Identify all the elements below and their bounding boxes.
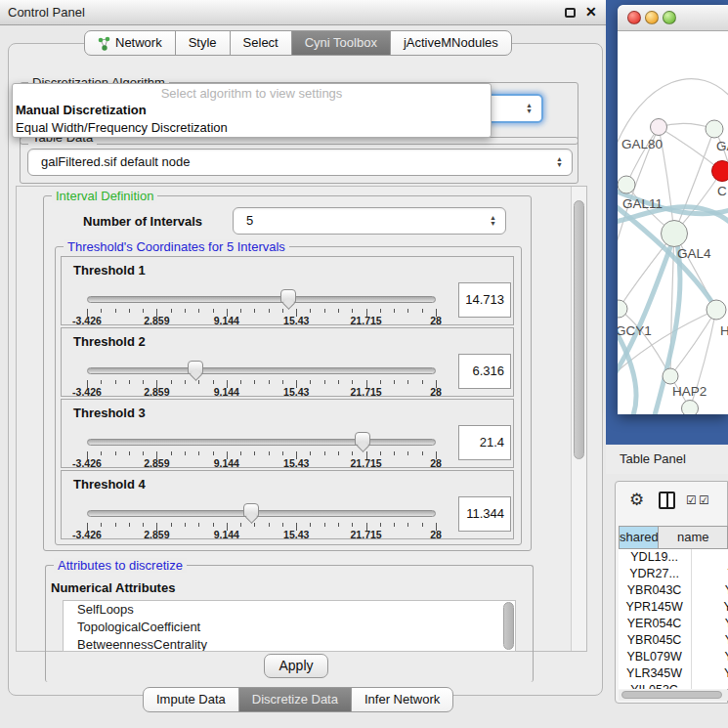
tab-discretize-data[interactable]: Discretize Data — [238, 687, 352, 712]
slider-track[interactable] — [87, 367, 436, 374]
tab-infer-network[interactable]: Infer Network — [351, 687, 453, 712]
slider-thumb[interactable] — [355, 432, 370, 446]
table-row[interactable]: YDL19...YDL19... — [619, 549, 728, 566]
apply-button[interactable]: Apply — [264, 654, 328, 678]
table-row[interactable]: YPR145WYPR145W — [619, 599, 728, 616]
column-header-shared[interactable]: shared... — [619, 526, 659, 549]
tab-select[interactable]: Select — [230, 30, 292, 56]
table-row[interactable]: YBR045CYBR045C — [619, 632, 728, 649]
slider-track[interactable] — [87, 439, 436, 446]
slider-tick-label: 21.715 — [351, 457, 382, 469]
horizontal-scrollbar[interactable] — [619, 690, 728, 701]
gear-icon[interactable]: ⚙ — [629, 490, 644, 510]
table-row[interactable]: YDR27...YDR27... — [619, 566, 728, 582]
slider-tick-label: 9.144 — [214, 386, 239, 398]
checkbox-icon[interactable]: ☑ — [686, 493, 697, 507]
tab-label: jActiveMNodules — [404, 31, 498, 55]
slider-tick — [324, 309, 325, 313]
threshold-value-field[interactable]: 14.713 — [458, 282, 511, 318]
threshold-value-field[interactable]: 11.344 — [458, 496, 511, 532]
table-cell: YBR043C — [690, 582, 728, 599]
number-of-intervals-select[interactable]: 5 ▲▼ — [233, 207, 506, 235]
attribute-item-betweennesscentrality[interactable]: BetweennessCentrality — [64, 636, 515, 652]
algorithm-dropdown-popup: Select algorithm to view settings Manual… — [12, 83, 492, 138]
table-data-select[interactable]: galFiltered.sif default node ▲▼ — [27, 149, 573, 176]
slider-tick — [254, 523, 255, 527]
slider-track[interactable] — [87, 296, 436, 303]
close-icon[interactable]: ✕ — [585, 4, 597, 20]
node-label: C — [717, 184, 727, 198]
slider-tick-label: 28 — [430, 386, 442, 398]
threshold-panel-3: Threshold 3-3.4262.8599.14415.4321.71528… — [61, 399, 514, 468]
table-row[interactable]: YIL053CYIL053C — [619, 682, 728, 689]
threshold-value-field[interactable]: 6.316 — [458, 354, 511, 389]
hscrollbar-thumb[interactable] — [621, 691, 722, 699]
node-ga[interactable] — [706, 120, 723, 138]
node-gal11[interactable] — [618, 176, 635, 193]
tab-jactivemnodules[interactable]: jActiveMNodules — [390, 30, 512, 56]
slider-tick-label: 15.43 — [283, 386, 309, 398]
slider-tick — [171, 380, 172, 384]
node-hap2[interactable] — [663, 368, 678, 384]
table-toolbar: ⚙ ☑ ☑ — [616, 486, 728, 519]
float-window-icon[interactable] — [565, 8, 576, 18]
slider-track[interactable] — [87, 510, 436, 517]
table-rows: YDL19...YDL19...YDR27...YDR27...YBR043CY… — [619, 549, 728, 689]
slider-thumb[interactable] — [188, 361, 203, 374]
table-cell: YLR345W — [619, 665, 690, 682]
zoom-traffic-light-icon[interactable] — [663, 11, 676, 24]
columns-icon[interactable] — [659, 492, 675, 509]
node-gal80[interactable] — [651, 119, 667, 136]
network-window-titlebar[interactable] — [618, 5, 728, 31]
checkbox-icon[interactable]: ☑ — [699, 493, 709, 507]
slider-thumb[interactable] — [243, 503, 259, 517]
node-c[interactable] — [712, 161, 728, 182]
column-header-name[interactable]: name — [659, 526, 728, 549]
slider-tick-label: 2.859 — [144, 315, 169, 326]
slider-tick — [185, 523, 186, 527]
numerical-attributes-list[interactable]: SelfLoopsTopologicalCoefficientBetweenne… — [63, 600, 516, 652]
tab-style[interactable]: Style — [175, 30, 231, 56]
slider-tick-label: 9.144 — [214, 457, 239, 469]
table-cell: YER054C — [619, 616, 690, 632]
slider-tick-label: 2.859 — [144, 457, 169, 469]
slider-tick — [213, 523, 214, 527]
slider-tick — [115, 523, 116, 527]
option-manual-discretization[interactable]: Manual Discretization — [16, 103, 147, 117]
node-unlabeled[interactable] — [682, 401, 699, 415]
slider-tick — [198, 451, 199, 455]
attribute-item-topologicalcoefficient[interactable]: TopologicalCoefficient — [64, 619, 515, 636]
network-view-window: GAL80GACGAL11GAL4GCY1HHAP2 — [618, 5, 728, 414]
option-equal-width-frequency[interactable]: Equal Width/Frequency Discretization — [16, 120, 228, 135]
spinner-arrows-icon: ▲▼ — [490, 215, 496, 227]
slider-thumb[interactable] — [280, 289, 296, 303]
spinner-arrows-icon: ▲▼ — [556, 156, 563, 168]
attributes-scrollbar-thumb[interactable] — [503, 602, 514, 650]
table-row[interactable]: YLR345WYLR345W — [619, 665, 728, 682]
slider-tick — [324, 523, 325, 527]
table-data-value: galFiltered.sif default node — [41, 150, 190, 175]
column-divider — [691, 549, 692, 689]
table-cell: YDR27... — [690, 566, 728, 582]
vertical-scrollbar[interactable] — [571, 187, 586, 651]
attribute-item-selfloops[interactable]: SelfLoops — [64, 601, 515, 619]
tab-network[interactable]: Network — [84, 30, 176, 56]
scrollbar-thumb[interactable] — [574, 200, 584, 459]
table-row[interactable]: YBR043CYBR043C — [619, 582, 728, 599]
network-canvas[interactable]: GAL80GACGAL11GAL4GCY1HHAP2 — [618, 31, 728, 414]
network-graph[interactable]: GAL80GACGAL11GAL4GCY1HHAP2 — [618, 31, 728, 414]
table-cell: YBL079W — [619, 649, 690, 665]
table-row[interactable]: YER054CYER054C — [619, 616, 728, 632]
slider-tick — [143, 451, 144, 455]
slider-tick — [240, 451, 241, 455]
node-h[interactable] — [707, 300, 726, 320]
table-row[interactable]: YBL079WYBL079W — [619, 649, 728, 665]
node-gal4[interactable] — [662, 221, 688, 247]
minimize-traffic-light-icon[interactable] — [645, 11, 659, 24]
tab-impute-data[interactable]: Impute Data — [143, 687, 239, 712]
tab-cyni-toolbox[interactable]: Cyni Toolbox — [291, 30, 391, 56]
number-of-intervals-value: 5 — [246, 208, 253, 234]
threshold-value-field[interactable]: 21.4 — [458, 425, 511, 460]
slider-tick — [171, 523, 172, 527]
close-traffic-light-icon[interactable] — [627, 11, 641, 24]
